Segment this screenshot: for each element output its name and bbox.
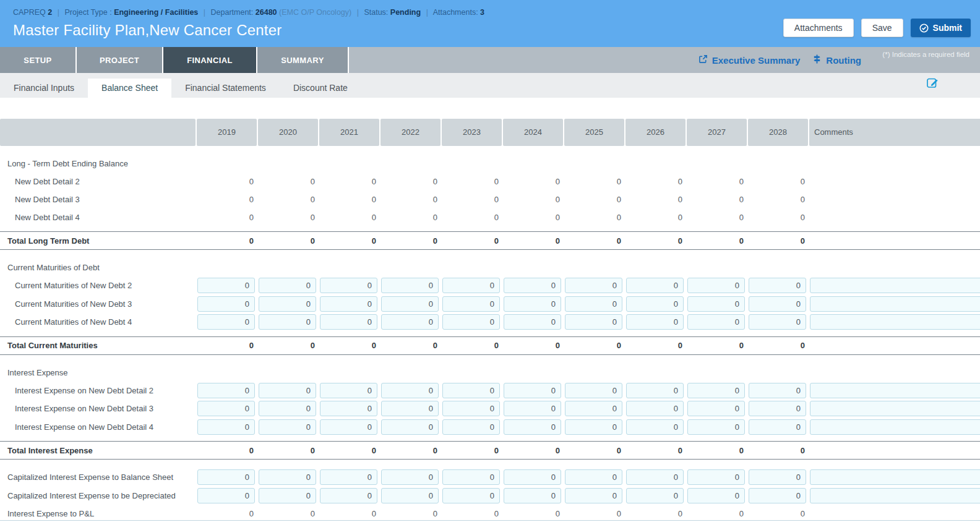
year-input-2024[interactable] (504, 383, 561, 398)
year-input-2027[interactable] (687, 469, 745, 485)
tab-financial[interactable]: FINANCIAL (163, 47, 256, 73)
year-input-2023[interactable] (442, 469, 500, 485)
year-input-2022[interactable] (381, 314, 439, 330)
year-input-2024[interactable] (504, 401, 561, 416)
year-input-2020[interactable] (259, 469, 316, 485)
year-input-2025[interactable] (565, 488, 622, 503)
year-input-2027[interactable] (687, 401, 745, 416)
year-input-2028[interactable] (749, 314, 806, 330)
year-input-2028[interactable] (749, 278, 806, 293)
year-input-2020[interactable] (259, 383, 316, 398)
year-input-2019[interactable] (197, 419, 255, 435)
year-input-2026[interactable] (626, 401, 684, 416)
year-input-2026[interactable] (626, 488, 684, 503)
year-input-2021[interactable] (320, 383, 377, 398)
year-input-2026[interactable] (626, 278, 684, 293)
year-input-2020[interactable] (259, 488, 316, 503)
subtab-balance-sheet[interactable]: Balance Sheet (88, 79, 171, 98)
year-input-2027[interactable] (687, 419, 745, 435)
year-input-2023[interactable] (442, 314, 500, 330)
year-input-2024[interactable] (504, 488, 561, 503)
year-input-2020[interactable] (259, 278, 316, 293)
tab-setup[interactable]: SETUP (0, 47, 75, 73)
year-input-2019[interactable] (197, 383, 255, 398)
tab-summary[interactable]: SUMMARY (257, 47, 348, 73)
year-input-2026[interactable] (626, 469, 684, 485)
submit-button[interactable]: Submit (911, 19, 971, 37)
year-input-2027[interactable] (687, 296, 745, 312)
comment-input[interactable] (810, 278, 980, 293)
year-input-2022[interactable] (381, 401, 439, 416)
year-input-2020[interactable] (259, 419, 316, 435)
year-input-2024[interactable] (504, 314, 561, 330)
year-input-2028[interactable] (749, 296, 806, 312)
comment-input[interactable] (810, 419, 980, 435)
year-input-2022[interactable] (381, 419, 439, 435)
year-input-2027[interactable] (687, 278, 745, 293)
year-input-2020[interactable] (259, 296, 316, 312)
year-input-2028[interactable] (749, 419, 806, 435)
year-input-2025[interactable] (565, 296, 622, 312)
year-input-2028[interactable] (749, 488, 806, 503)
year-input-2024[interactable] (504, 419, 561, 435)
year-input-2024[interactable] (504, 278, 561, 293)
year-input-2028[interactable] (749, 401, 806, 416)
year-input-2025[interactable] (565, 278, 622, 293)
attachments-button[interactable]: Attachments (783, 19, 854, 37)
comment-input[interactable] (810, 314, 980, 330)
year-input-2021[interactable] (320, 419, 377, 435)
year-input-2023[interactable] (442, 278, 500, 293)
year-input-2019[interactable] (197, 278, 255, 293)
year-input-2019[interactable] (197, 296, 255, 312)
year-input-2025[interactable] (565, 314, 622, 330)
year-input-2021[interactable] (320, 296, 377, 312)
year-input-2021[interactable] (320, 278, 377, 293)
year-input-2020[interactable] (259, 314, 316, 330)
comment-input[interactable] (810, 488, 980, 503)
year-input-2023[interactable] (442, 296, 500, 312)
tab-project[interactable]: PROJECT (77, 47, 162, 73)
year-input-2019[interactable] (197, 488, 255, 503)
year-input-2021[interactable] (320, 488, 377, 503)
year-input-2022[interactable] (381, 488, 439, 503)
year-input-2026[interactable] (626, 383, 684, 398)
year-input-2023[interactable] (442, 419, 500, 435)
year-input-2022[interactable] (381, 296, 439, 312)
year-input-2021[interactable] (320, 401, 377, 416)
year-input-2023[interactable] (442, 383, 500, 398)
year-input-2022[interactable] (381, 278, 439, 293)
comment-input[interactable] (810, 296, 980, 312)
year-input-2024[interactable] (504, 469, 561, 485)
year-input-2026[interactable] (626, 314, 684, 330)
year-input-2021[interactable] (320, 469, 377, 485)
year-input-2021[interactable] (320, 314, 377, 330)
year-input-2019[interactable] (197, 469, 255, 485)
year-input-2026[interactable] (626, 296, 684, 312)
year-input-2027[interactable] (687, 383, 745, 398)
comment-input[interactable] (810, 469, 980, 485)
year-input-2027[interactable] (687, 488, 745, 503)
year-input-2026[interactable] (626, 419, 684, 435)
subtab-discount-rate[interactable]: Discount Rate (280, 79, 361, 98)
year-input-2023[interactable] (442, 488, 500, 503)
year-input-2024[interactable] (504, 296, 561, 312)
routing-link[interactable]: Routing (812, 54, 861, 66)
year-input-2022[interactable] (381, 469, 439, 485)
year-input-2023[interactable] (442, 401, 500, 416)
comment-input[interactable] (810, 383, 980, 398)
year-input-2025[interactable] (565, 469, 622, 485)
subtab-financial-statements[interactable]: Financial Statements (171, 79, 280, 98)
year-input-2022[interactable] (381, 383, 439, 398)
year-input-2025[interactable] (565, 401, 622, 416)
year-input-2019[interactable] (197, 401, 255, 416)
year-input-2025[interactable] (565, 419, 622, 435)
comment-input[interactable] (810, 401, 980, 416)
edit-pencil-icon[interactable] (926, 76, 939, 89)
executive-summary-link[interactable]: Executive Summary (698, 54, 801, 66)
year-input-2028[interactable] (749, 469, 806, 485)
year-input-2028[interactable] (749, 383, 806, 398)
save-button[interactable]: Save (861, 19, 903, 37)
year-input-2020[interactable] (259, 401, 316, 416)
year-input-2025[interactable] (565, 383, 622, 398)
year-input-2019[interactable] (197, 314, 255, 330)
